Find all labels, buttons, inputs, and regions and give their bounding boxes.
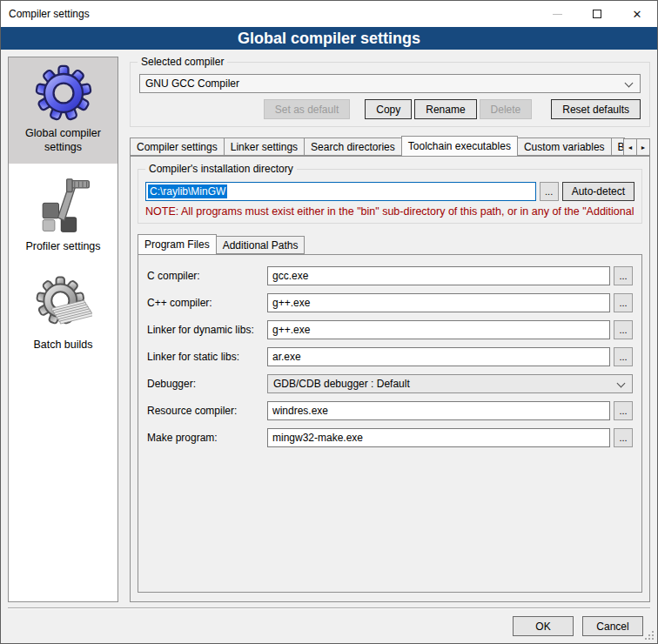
field-label: Linker for dynamic libs:	[147, 324, 267, 336]
copy-button[interactable]: Copy	[365, 99, 412, 119]
page-title: Global compiler settings	[238, 30, 420, 48]
compiler-settings-dialog: Compiler settings ✕ Global compiler sett…	[0, 0, 658, 644]
blue-gear-icon	[35, 64, 92, 122]
field-label: Debugger:	[147, 378, 267, 390]
caliper-icon	[35, 178, 92, 235]
minimize-icon	[553, 14, 562, 15]
browse-cpp-compiler-button[interactable]: ...	[614, 293, 633, 312]
auto-detect-button[interactable]: Auto-detect	[562, 182, 634, 201]
compiler-combobox[interactable]: GNU GCC Compiler	[139, 74, 641, 93]
tab-linker-settings[interactable]: Linker settings	[224, 138, 305, 156]
ok-button[interactable]: OK	[513, 616, 574, 636]
chevron-down-icon	[617, 379, 626, 388]
set-as-default-button: Set as default	[264, 99, 350, 119]
tab-scroll-right-button[interactable]: ►	[636, 138, 650, 156]
form-row-dynamic-linker: Linker for dynamic libs: ...	[147, 320, 633, 339]
maximize-icon	[593, 10, 601, 18]
tab-additional-paths[interactable]: Additional Paths	[216, 236, 306, 254]
dialog-body: Global compiler settings Profiler settin…	[1, 50, 657, 602]
installation-directory-group: Compiler's installation directory C:\ray…	[138, 169, 642, 224]
dialog-header: Global compiler settings	[1, 27, 657, 50]
tab-search-directories[interactable]: Search directories	[304, 138, 402, 156]
field-label: Make program:	[147, 432, 267, 444]
installation-directory-input[interactable]: C:\raylib\MinGW	[145, 182, 536, 201]
toolchain-executables-page: Compiler's installation directory C:\ray…	[130, 156, 650, 602]
sidebar-item-label: Profiler settings	[25, 239, 100, 253]
close-icon: ✕	[633, 9, 642, 20]
form-row-c-compiler: C compiler: ...	[147, 266, 633, 285]
form-row-debugger: Debugger: GDB/CDB debugger : Default	[147, 374, 633, 393]
form-row-cpp-compiler: C++ compiler: ...	[147, 293, 633, 312]
dynamic-linker-input[interactable]	[267, 320, 610, 339]
c-compiler-input[interactable]	[267, 266, 610, 285]
browse-dynamic-linker-button[interactable]: ...	[614, 320, 633, 339]
window-title: Compiler settings	[1, 8, 537, 20]
sidebar-item-profiler-settings[interactable]: Profiler settings	[9, 171, 118, 262]
reset-defaults-button[interactable]: Reset defaults	[551, 99, 641, 119]
make-program-input[interactable]	[267, 428, 610, 447]
tab-custom-variables[interactable]: Custom variables	[517, 138, 612, 156]
settings-tabstrip: Compiler settings Linker settings Search…	[130, 136, 650, 156]
note-text: NOTE: All programs must exist either in …	[145, 205, 634, 218]
arrow-left-icon: ◄	[628, 144, 634, 151]
browse-static-linker-button[interactable]: ...	[614, 347, 633, 366]
gray-gear-stack-icon	[35, 276, 92, 333]
footer-buttons: OK Cancel	[1, 609, 657, 636]
settings-sidebar: Global compiler settings Profiler settin…	[8, 57, 118, 602]
program-files-page: C compiler: ... C++ compiler: ... Linker…	[138, 254, 642, 593]
compiler-buttons-row: Set as default Copy Rename Delete Reset …	[139, 99, 641, 119]
cpp-compiler-input[interactable]	[267, 293, 610, 312]
group-legend: Compiler's installation directory	[145, 163, 297, 175]
sidebar-item-batch-builds[interactable]: Batch builds	[9, 269, 118, 360]
browse-c-compiler-button[interactable]: ...	[614, 266, 633, 285]
browse-make-program-button[interactable]: ...	[614, 428, 633, 447]
rename-button[interactable]: Rename	[414, 99, 476, 119]
field-label: Linker for static libs:	[147, 351, 267, 363]
close-button[interactable]: ✕	[617, 1, 657, 27]
maximize-button[interactable]	[577, 1, 617, 27]
field-label: Resource compiler:	[147, 405, 267, 417]
browse-directory-button[interactable]: ...	[540, 182, 559, 201]
programs-notebook: Program Files Additional Paths C compile…	[138, 234, 642, 593]
tab-compiler-settings[interactable]: Compiler settings	[130, 138, 225, 156]
form-row-static-linker: Linker for static libs: ...	[147, 347, 633, 366]
tab-toolchain-executables[interactable]: Toolchain executables	[401, 136, 518, 156]
resource-compiler-input[interactable]	[267, 401, 610, 420]
arrow-right-icon: ►	[641, 144, 647, 151]
dialog-footer: OK Cancel	[1, 602, 657, 643]
sidebar-item-label: Batch builds	[33, 338, 92, 352]
minimize-button[interactable]	[537, 1, 577, 27]
selected-compiler-group: Selected compiler GNU GCC Compiler Set a…	[130, 62, 650, 127]
group-legend: Selected compiler	[138, 56, 227, 68]
cancel-button[interactable]: Cancel	[582, 616, 643, 636]
tab-scroll-left-button[interactable]: ◄	[623, 138, 637, 156]
browse-resource-compiler-button[interactable]: ...	[614, 401, 633, 420]
selected-path-text: C:\raylib\MinGW	[148, 184, 227, 198]
resize-grip[interactable]	[645, 631, 654, 640]
debugger-combobox-value: GDB/CDB debugger : Default	[273, 378, 410, 390]
field-label: C compiler:	[147, 270, 267, 282]
chevron-down-icon	[625, 79, 634, 88]
window-controls: ✕	[537, 1, 657, 27]
sidebar-item-label: Global compiler settings	[11, 126, 115, 155]
debugger-combobox[interactable]: GDB/CDB debugger : Default	[267, 374, 633, 393]
form-row-resource-compiler: Resource compiler: ...	[147, 401, 633, 420]
title-bar: Compiler settings ✕	[1, 1, 657, 27]
installation-directory-row: C:\raylib\MinGW ... Auto-detect	[145, 182, 634, 201]
tab-program-files[interactable]: Program Files	[138, 234, 217, 254]
delete-button: Delete	[480, 99, 533, 119]
main-panel: Selected compiler GNU GCC Compiler Set a…	[130, 57, 650, 602]
static-linker-input[interactable]	[267, 347, 610, 366]
field-label: C++ compiler:	[147, 297, 267, 309]
programs-tabstrip: Program Files Additional Paths	[138, 234, 642, 254]
compiler-combobox-value: GNU GCC Compiler	[145, 77, 239, 90]
form-row-make-program: Make program: ...	[147, 428, 633, 447]
sidebar-item-global-compiler-settings[interactable]: Global compiler settings	[9, 57, 118, 164]
